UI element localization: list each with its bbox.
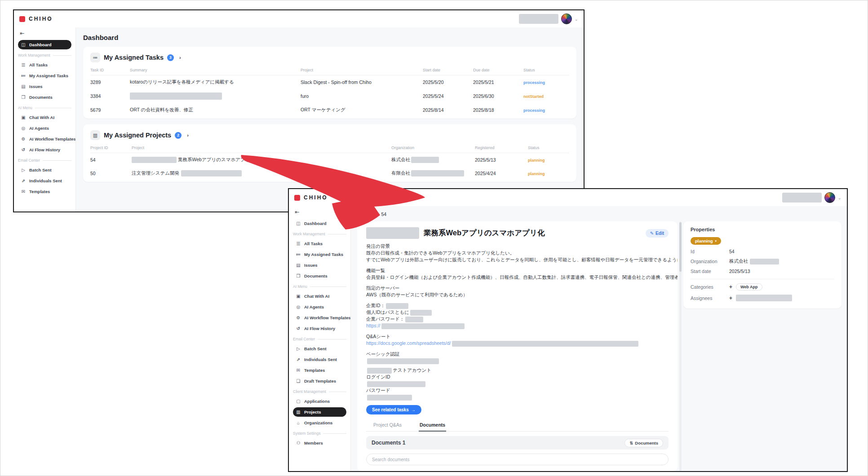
redacted-login-password <box>367 395 412 401</box>
documents-switch-button[interactable]: ⇅Documents <box>624 439 663 447</box>
add-category-button[interactable]: + <box>729 284 732 290</box>
property-categories: Categories + Web App <box>691 283 834 291</box>
dashboard-icon: ◫ <box>21 42 26 47</box>
projects-count-badge: 2 <box>175 132 182 139</box>
tasks-card-title: My Assigned Tasks <box>104 54 164 61</box>
table-row[interactable]: 5679 ORT の会社資料を改善、修正 ORT マーケティング 2025/8/… <box>90 103 569 117</box>
status-badge: notStarted <box>523 94 544 99</box>
table-row[interactable]: 3384 furo 2025/5/24 2025/6/30 notStarted <box>90 89 569 103</box>
sidebar-item-issues[interactable]: ▤Issues <box>293 260 346 270</box>
my-assigned-projects-card: ▥ My Assigned Projects 2 › Project ID Pr… <box>83 124 576 182</box>
sidebar-item-ai-flow-history[interactable]: ↺AI Flow History <box>293 324 346 333</box>
tasks-open-chevron-icon[interactable]: › <box>179 55 181 60</box>
megaphone-icon: ⇗ <box>21 178 26 183</box>
issues-icon: ▤ <box>21 84 26 89</box>
sidebar-item-dashboard[interactable]: ◫Dashboard <box>18 40 71 49</box>
tab-project-qas[interactable]: Project Q&As <box>372 420 403 431</box>
sidebar-item-templates[interactable]: ✉Templates <box>18 187 71 196</box>
window1-topbar: CHIHO ⌄ <box>14 10 584 27</box>
content-scrollbar[interactable] <box>679 221 682 471</box>
table-row[interactable]: 3289 kotaroのリリース記事を各種メディアに掲載する Slack Dig… <box>90 75 569 89</box>
assigned-tasks-icon: ≔ <box>296 252 301 257</box>
sidebar-item-individuals-sent[interactable]: ⇗Individuals Sent <box>293 355 346 364</box>
applications-icon: ▢ <box>296 399 301 404</box>
sidebar-item-ai-workflow-templates[interactable]: ⚙AI Workflow Templates <box>18 134 71 144</box>
project-description: 発注の背景 既存の日報作成・集計のできるWebアプリをスマホアプリ化したい。 す… <box>366 243 669 401</box>
tasks-table-header: Task ID Summary Project Start date Due d… <box>90 65 569 75</box>
sidebar-item-ai-agents[interactable]: ◎AI Agents <box>18 123 71 133</box>
sidebar-item-batch-sent[interactable]: ▷Batch Sent <box>293 344 346 353</box>
sidebar-item-chat-with-ai[interactable]: ▣Chat With AI <box>18 113 71 122</box>
divider <box>691 279 834 279</box>
sidebar-item-my-assigned-tasks[interactable]: ≔My Assigned Tasks <box>293 250 346 259</box>
sidebar-item-templates[interactable]: ✉Templates <box>293 366 346 375</box>
sidebar-item-draft-templates[interactable]: ❏Draft Templates <box>293 376 346 386</box>
all-tasks-icon: ☰ <box>21 62 26 67</box>
sidebar-item-all-tasks[interactable]: ☰All Tasks <box>293 239 346 248</box>
sidebar-item-individuals-sent[interactable]: ⇗Individuals Sent <box>18 176 71 185</box>
user-avatar[interactable] <box>824 192 835 203</box>
documents-header-bar: Documents 1 ⇅Documents <box>366 436 669 450</box>
spreadsheet-link[interactable]: https://docs.google.com/spreadsheets/d/ <box>366 340 451 346</box>
external-link[interactable]: https:// <box>366 323 381 328</box>
sidebar-item-applications[interactable]: ▢Applications <box>293 397 346 406</box>
sidebar-item-all-tasks[interactable]: ☰All Tasks <box>18 60 71 70</box>
sidebar-item-documents[interactable]: ❐Documents <box>18 93 71 102</box>
properties-title: Properties <box>691 227 834 232</box>
redacted-account-prefix <box>367 368 392 374</box>
members-icon: ⚇ <box>296 441 301 445</box>
sidebar-item-my-assigned-tasks[interactable]: ≔My Assigned Tasks <box>18 71 71 80</box>
megaphone-icon: ⇗ <box>296 357 301 362</box>
project-detail-window: CHIHO ⌄ ⇤ ◫Dashboard Work Management ☰Al… <box>288 188 848 472</box>
sidebar-item-ai-flow-history[interactable]: ↺AI Flow History <box>18 145 71 154</box>
projects-open-chevron-icon[interactable]: › <box>187 132 189 138</box>
redacted-username <box>519 14 558 24</box>
user-menu[interactable]: ⌄ <box>519 13 578 24</box>
page-title: Dashboard <box>83 34 576 41</box>
redacted-url <box>381 323 465 329</box>
user-avatar[interactable] <box>561 13 572 24</box>
app-logo: CHIHO <box>19 16 53 22</box>
category-tag[interactable]: Web App <box>736 283 762 291</box>
sidebar-item-organizations[interactable]: ⌂Organizations <box>293 418 346 428</box>
property-assignees: Assignees + <box>691 295 834 301</box>
projects-table-header: Project ID Project Organization Register… <box>90 142 569 153</box>
breadcrumb-root[interactable]: Projects <box>357 212 374 217</box>
search-documents-input[interactable] <box>366 454 669 465</box>
status-dropdown[interactable]: planning▾ <box>691 237 721 245</box>
my-assigned-tasks-card: ≔ My Assigned Tasks 3 › Task ID Summary … <box>83 47 576 119</box>
sidebar-item-chat-with-ai[interactable]: ▣Chat With AI <box>293 291 346 301</box>
redacted-personal-id <box>410 310 432 316</box>
user-menu[interactable]: ⌄ <box>782 192 841 203</box>
property-start-date: Start date 2025/5/13 <box>691 269 834 274</box>
edit-button[interactable]: ✎Edit <box>646 229 669 238</box>
chevron-down-icon[interactable]: ⌄ <box>575 17 578 22</box>
app-logo: CHIHO <box>294 194 328 201</box>
sidebar-item-batch-sent[interactable]: ▷Batch Sent <box>18 165 71 175</box>
sidebar-item-dashboard[interactable]: ◫Dashboard <box>293 219 346 228</box>
sidebar-item-issues[interactable]: ▤Issues <box>18 82 71 91</box>
chevron-down-icon[interactable]: ⌄ <box>838 195 841 200</box>
projects-table: Project ID Project Organization Register… <box>90 142 569 180</box>
see-related-tasks-button[interactable]: See related tasks→ <box>366 405 421 414</box>
sidebar-collapse-icon[interactable]: ⇤ <box>20 30 71 36</box>
add-assignee-button[interactable]: + <box>729 295 732 301</box>
tasks-card-icon: ≔ <box>90 53 100 62</box>
sidebar-item-ai-workflow-templates[interactable]: ⚙AI Workflow Templates <box>293 313 346 322</box>
sidebar-item-members[interactable]: ⚇Members <box>293 438 346 448</box>
sidebar-section-client-management: Client Management <box>293 389 346 394</box>
sidebar-item-documents[interactable]: ❐Documents <box>293 271 346 281</box>
sidebar-item-ai-agents[interactable]: ◎AI Agents <box>293 302 346 312</box>
issues-icon: ▤ <box>296 263 301 268</box>
brand-name: CHIHO <box>304 194 328 201</box>
table-row[interactable]: 54 業務系Webアプリのスマホアプリ化 株式会社 2025/5/13 plan… <box>90 153 569 167</box>
tasks-table: Task ID Summary Project Start date Due d… <box>90 65 569 117</box>
sidebar-section-email-center: Email Center <box>18 158 71 163</box>
redacted-credentials <box>367 358 439 364</box>
tab-documents[interactable]: Documents <box>419 420 446 432</box>
sidebar-item-projects[interactable]: ▥Projects <box>293 407 346 417</box>
table-row[interactable]: 50 注文管理システム開発 有限会社 2025/4/24 planning <box>90 167 569 180</box>
property-id: Id 54 <box>691 249 834 254</box>
sidebar-section-work-management: Work Management <box>293 232 346 236</box>
sidebar-collapse-icon[interactable]: ⇤ <box>295 209 346 215</box>
